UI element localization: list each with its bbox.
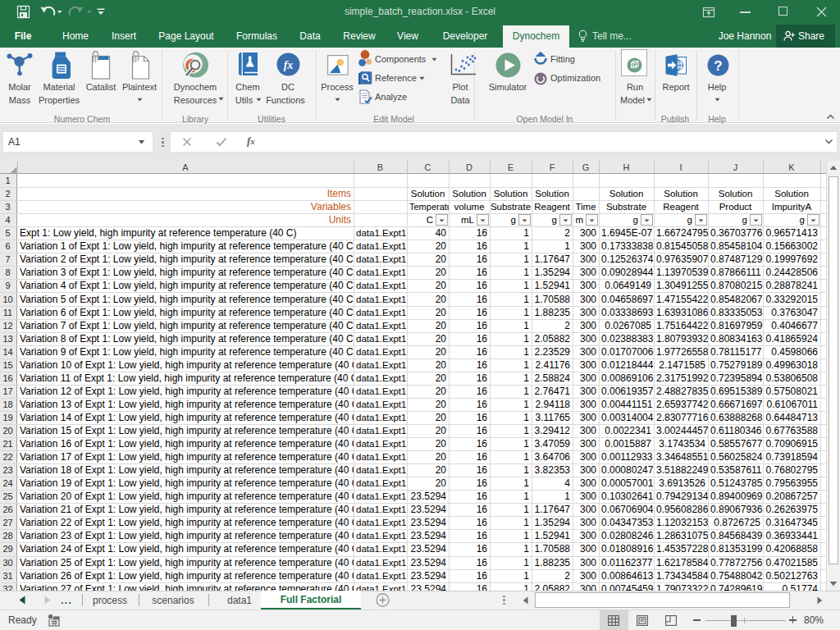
svg-text:?: ? [714,58,722,74]
svg-text:fx: fx [284,59,294,71]
